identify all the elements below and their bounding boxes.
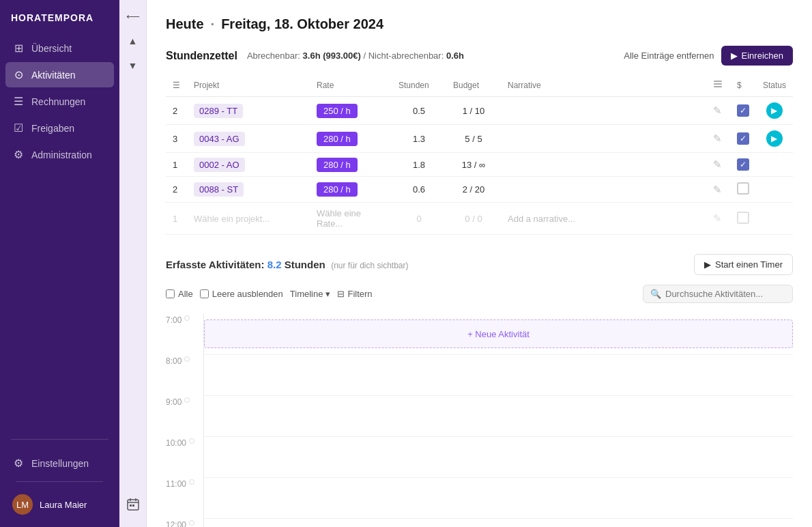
approval-icon: ☑: [12, 122, 25, 134]
row-rate[interactable]: 280 / h: [310, 153, 392, 177]
row-project[interactable]: 0043 - AG: [187, 125, 310, 153]
chevron-down-icon: ▾: [325, 289, 330, 299]
filter-label: Filtern: [347, 289, 372, 299]
sidebar-item-aktivitaten[interactable]: ⊙ Aktivitäten: [5, 62, 114, 87]
settings-icon: ⚙: [12, 457, 25, 470]
meta-nonbillable-value: 0.6h: [446, 51, 464, 61]
row-edit-icon[interactable]: ✎: [706, 177, 730, 203]
header-date: Freitag, 18. Oktober 2024: [221, 16, 383, 32]
timer-label: Start einen Timer: [715, 259, 783, 270]
down-button[interactable]: ▼: [122, 55, 144, 76]
checkbox-unchecked: [737, 182, 749, 195]
table-row: 3 0043 - AG 280 / h 1.3 5 / 5 ✎ ✓ ▶: [166, 125, 793, 153]
filter-all[interactable]: Alle: [166, 289, 193, 299]
up-button[interactable]: ▲: [122, 30, 144, 52]
row-hours: 0.6: [392, 177, 446, 203]
back-button[interactable]: ⟵: [122, 5, 144, 27]
row-checkbox-unchecked[interactable]: [730, 177, 756, 203]
sidebar-item-settings[interactable]: ⚙ Einstellungen: [5, 451, 114, 476]
row-narrative[interactable]: [501, 177, 706, 203]
meta-nonbillable-label: Nicht-abrechenbar:: [368, 51, 444, 61]
row-edit-icon-empty[interactable]: ✎: [706, 203, 730, 235]
activities-unit: Stunden: [282, 259, 325, 270]
time-dot: [189, 520, 194, 526]
sidebar-item-freigaben[interactable]: ☑ Freigaben: [5, 115, 114, 141]
row-project[interactable]: 0088 - ST: [187, 177, 310, 203]
row-edit-icon[interactable]: ✎: [706, 125, 730, 153]
new-activity-button[interactable]: + Neue Aktivität: [204, 319, 793, 348]
grid-line-700: + Neue Aktivität: [204, 314, 793, 355]
filter-hide-empty[interactable]: Leere ausblenden: [200, 289, 283, 299]
row-rate[interactable]: 250 / h: [310, 97, 392, 125]
filter-button[interactable]: ⊟ Filtern: [337, 289, 372, 299]
row-budget: 13 / ∞: [446, 153, 501, 177]
row-project-placeholder[interactable]: Wähle ein projekt...: [187, 203, 310, 235]
col-header-dollar: $: [730, 74, 756, 97]
sidebar-item-rechnungen[interactable]: ☰ Rechnungen: [5, 89, 114, 114]
activities-hours: 8.2: [267, 259, 282, 270]
row-num: 1: [166, 153, 187, 177]
row-num: 1: [166, 203, 187, 235]
header-dot: ·: [211, 16, 215, 32]
timer-button[interactable]: ▶ Start einen Timer: [694, 254, 793, 275]
sidebar-divider-2: [16, 481, 103, 482]
edit-icon: ✎: [713, 132, 722, 144]
filter-hide-empty-checkbox[interactable]: [200, 289, 209, 298]
filter-hide-empty-label: Leere ausblenden: [212, 289, 283, 299]
row-project[interactable]: 0289 - TT: [187, 97, 310, 125]
row-checkbox[interactable]: ✓: [730, 97, 756, 125]
up-icon: ▲: [128, 35, 138, 46]
user-row[interactable]: LM Laura Maier: [5, 487, 114, 522]
timesheet-table: ☰ Projekt Rate Stunden Budget Narrative …: [166, 74, 793, 235]
row-status: ▶: [756, 125, 793, 153]
down-icon: ▼: [128, 60, 138, 71]
row-rate[interactable]: 280 / h: [310, 177, 392, 203]
row-narrative-placeholder[interactable]: Add a narrative...: [501, 203, 706, 235]
row-checkbox[interactable]: ✓: [730, 125, 756, 153]
row-narrative[interactable]: [501, 125, 706, 153]
edit-icon: ✎: [713, 104, 722, 116]
row-rate[interactable]: 280 / h: [310, 125, 392, 153]
edit-icon: ✎: [713, 158, 722, 170]
time-dot: [189, 479, 194, 485]
nav-bar: ⟵ ▲ ▼: [119, 0, 147, 527]
time-label-900: 9:00: [166, 396, 203, 437]
row-budget: 2 / 20: [446, 177, 501, 203]
time-dot: [189, 438, 194, 444]
checkbox-unchecked: [737, 212, 749, 224]
timeline-dropdown[interactable]: Timeline ▾: [290, 289, 331, 299]
meta-billable-value: 3.6h (993.00€): [303, 51, 361, 61]
calendar-button[interactable]: [122, 494, 144, 516]
time-label-700: 7:00: [166, 314, 203, 355]
col-header-stunden: Stunden: [392, 74, 446, 97]
row-project[interactable]: 0002 - AO: [187, 153, 310, 177]
sidebar-item-administration[interactable]: ⚙ Administration: [5, 142, 114, 167]
sidebar-item-label: Übersicht: [31, 43, 72, 54]
submit-label: Einreichen: [742, 51, 783, 61]
row-narrative[interactable]: [501, 97, 706, 125]
col-header-status: Status: [756, 74, 793, 97]
activities-subtitle: (nur für dich sichtbar): [331, 261, 408, 270]
row-rate-placeholder[interactable]: Wähle eine Rate...: [310, 203, 392, 235]
row-narrative[interactable]: [501, 153, 706, 177]
col-header-narrative: Narrative: [501, 74, 706, 97]
time-dot: [184, 356, 190, 362]
row-edit-icon[interactable]: ✎: [706, 153, 730, 177]
filter-all-checkbox[interactable]: [166, 289, 175, 298]
col-header-rate: Rate: [310, 74, 392, 97]
sidebar-item-label: Rechnungen: [31, 96, 85, 107]
filter-all-label: Alle: [178, 289, 193, 299]
row-edit-icon[interactable]: ✎: [706, 97, 730, 125]
submit-button[interactable]: ▶ Einreichen: [721, 46, 793, 66]
row-status: [756, 153, 793, 177]
activities-title-prefix: Erfasste Aktivitäten:: [166, 259, 267, 270]
sidebar-item-ubersicht[interactable]: ⊞ Übersicht: [5, 35, 114, 61]
sidebar-divider: [11, 439, 108, 440]
row-checkbox-empty[interactable]: [730, 203, 756, 235]
search-input[interactable]: [665, 289, 785, 299]
row-checkbox[interactable]: ✓: [730, 153, 756, 177]
sidebar-item-label: Freigaben: [31, 123, 74, 134]
sidebar-item-label: Aktivitäten: [31, 70, 76, 81]
clear-button[interactable]: Alle Einträge entfernen: [624, 51, 714, 61]
grid-icon: ⊞: [12, 42, 25, 55]
